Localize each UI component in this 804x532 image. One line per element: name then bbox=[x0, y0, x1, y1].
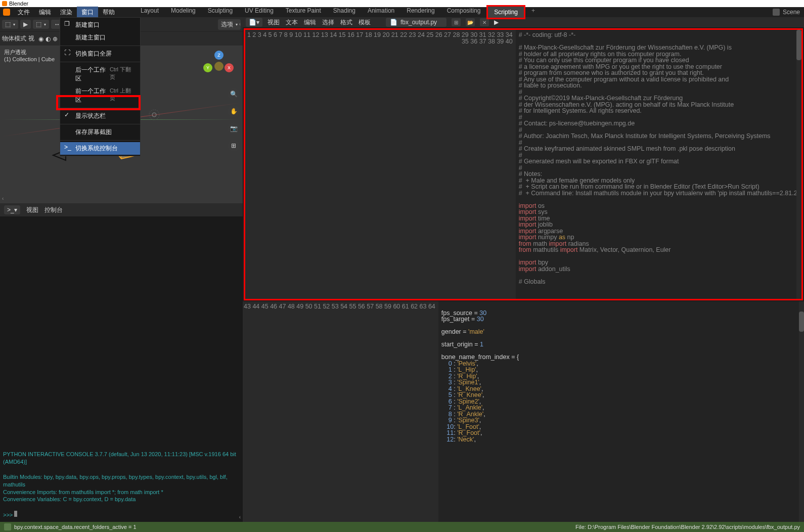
open-text-button[interactable]: 📂 bbox=[466, 18, 475, 26]
menu-item[interactable]: 显示状态栏✓ bbox=[60, 110, 140, 122]
check-icon: ✓ bbox=[64, 111, 71, 118]
text-menu-编辑[interactable]: 编辑 bbox=[304, 18, 316, 27]
highlighted-code-area: 1 2 3 4 5 6 7 8 9 10 11 12 13 14 15 16 1… bbox=[244, 28, 803, 300]
window-menu-dropdown: 新建窗口❐新建主窗口切换窗口全屏⛶后一个工作区Ctrl 下翻页前一个工作区Ctr… bbox=[60, 17, 141, 156]
console-line: Builtin Modules: bpy, bpy.data, bpy.ops,… bbox=[3, 473, 240, 489]
status-right: File: D:\Program Files\Blender Foundatio… bbox=[575, 524, 800, 530]
editor-type-console[interactable]: >_▾ bbox=[4, 205, 20, 214]
tab-rendering[interactable]: Rendering bbox=[400, 5, 440, 19]
fullscreen-icon: ⛶ bbox=[64, 49, 71, 56]
toggle-overlays[interactable]: ⊕ bbox=[53, 35, 58, 42]
menu-编辑[interactable]: 编辑 bbox=[34, 7, 56, 18]
menu-文件[interactable]: 文件 bbox=[13, 7, 34, 18]
menu-帮助[interactable]: 帮助 bbox=[98, 7, 119, 18]
add-workspace-button[interactable]: + bbox=[525, 5, 541, 19]
mode-selector[interactable]: 物体模式 bbox=[2, 34, 26, 43]
navigation-gizmo[interactable]: Z X Y bbox=[203, 51, 234, 81]
text-menu-格式[interactable]: 格式 bbox=[340, 18, 352, 27]
menu-窗口[interactable]: 窗口 bbox=[77, 7, 98, 18]
info-icon bbox=[4, 523, 11, 530]
text-editor-bottom[interactable]: 43 44 45 46 47 48 49 50 51 52 53 54 55 5… bbox=[243, 301, 804, 522]
svg-point-6 bbox=[149, 110, 159, 120]
menu-渲染[interactable]: 渲染 bbox=[56, 7, 77, 18]
scene-label: Scene bbox=[783, 9, 800, 16]
camera-icon[interactable]: 📷 bbox=[228, 122, 240, 135]
scene-controls: Scene bbox=[773, 9, 804, 16]
chevron-icon[interactable]: ‹ bbox=[2, 196, 4, 201]
text-menu-模板[interactable]: 模板 bbox=[359, 18, 371, 27]
file-icon: 📄 bbox=[390, 19, 397, 26]
window-icon: ❐ bbox=[64, 20, 71, 27]
blender-logo-icon bbox=[2, 1, 7, 6]
z-axis[interactable]: Z bbox=[214, 51, 224, 60]
chevron-left-icon[interactable]: ‹ bbox=[239, 21, 241, 27]
tab-texture paint[interactable]: Texture Paint bbox=[280, 5, 327, 19]
unlink-button[interactable]: ✕ bbox=[480, 18, 489, 26]
console-header: >_▾ 视图 控制台 bbox=[0, 203, 243, 216]
select-tool[interactable]: ⬚ bbox=[33, 20, 49, 29]
run-script-button[interactable]: ▶ bbox=[494, 19, 499, 26]
tab-shading[interactable]: Shading bbox=[327, 5, 362, 19]
light-object[interactable] bbox=[147, 107, 162, 122]
viewport-info: 用户透视 (1) Collection | Cube bbox=[4, 49, 55, 62]
scrollbar[interactable] bbox=[799, 301, 804, 522]
tab-compositing[interactable]: Compositing bbox=[441, 5, 487, 19]
tab-scripting[interactable]: Scripting bbox=[486, 5, 525, 19]
text-menu-文本[interactable]: 文本 bbox=[286, 18, 298, 27]
tab-animation[interactable]: Animation bbox=[362, 5, 400, 19]
console-icon: >_ bbox=[64, 144, 71, 151]
console-line: Convenience Variables: C = bpy.context, … bbox=[3, 496, 240, 503]
x-axis[interactable]: X bbox=[225, 63, 234, 72]
scrollbar[interactable] bbox=[796, 30, 801, 299]
menu-item[interactable]: 新建主窗口 bbox=[60, 31, 140, 44]
cursor bbox=[14, 511, 17, 517]
new-text-button[interactable]: ⊞ bbox=[452, 18, 461, 26]
blender-icon bbox=[3, 9, 10, 16]
text-editor-top[interactable]: 1 2 3 4 5 6 7 8 9 10 11 12 13 14 15 16 1… bbox=[245, 30, 801, 299]
topbar: 文件编辑渲染窗口帮助 LayoutModelingSculptingUV Edi… bbox=[0, 7, 804, 17]
y-axis[interactable]: Y bbox=[203, 63, 212, 72]
scene-icon bbox=[773, 9, 780, 16]
menu-item[interactable]: 切换窗口全屏⛶ bbox=[60, 48, 140, 60]
menu-item[interactable]: 切换系统控制台>_ bbox=[60, 142, 140, 155]
menu-item[interactable]: 新建窗口❐ bbox=[60, 19, 140, 31]
overlays-toggle[interactable]: ◉ bbox=[38, 35, 43, 42]
main-menu: 文件编辑渲染窗口帮助 bbox=[13, 7, 119, 18]
status-left: bpy.context.space_data.recent_folders_ac… bbox=[14, 524, 137, 530]
cursor-tool[interactable]: ▶ bbox=[20, 20, 31, 29]
options-button[interactable]: 选项 bbox=[218, 19, 241, 30]
xray-toggle[interactable]: ◐ bbox=[46, 35, 51, 42]
chevron-icon[interactable]: ‹ bbox=[239, 514, 241, 520]
view-menu[interactable]: 视 bbox=[28, 34, 34, 43]
text-menu-选择[interactable]: 选择 bbox=[322, 18, 334, 27]
console-prompt: >>> bbox=[3, 512, 14, 518]
status-bar: bpy.context.space_data.recent_folders_ac… bbox=[0, 522, 804, 532]
menu-item[interactable]: 前一个工作区Ctrl 上翻页 bbox=[60, 85, 140, 106]
svg-point-5 bbox=[152, 113, 156, 117]
pan-icon[interactable]: ✋ bbox=[228, 105, 240, 117]
menu-item[interactable]: 后一个工作区Ctrl 下翻页 bbox=[60, 64, 140, 85]
console-line: Convenience Imports: from mathutils impo… bbox=[3, 489, 240, 496]
text-menu-视图[interactable]: 视图 bbox=[267, 18, 280, 27]
console-line: PYTHON INTERACTIVE CONSOLE 3.7.7 (defaul… bbox=[3, 451, 240, 466]
app-title: Blender bbox=[9, 1, 28, 7]
editor-type-selector[interactable]: ⬚ bbox=[2, 20, 18, 29]
console-console-tab[interactable]: 控制台 bbox=[44, 206, 63, 214]
perspective-icon[interactable]: ⊞ bbox=[228, 140, 240, 152]
console-view-tab[interactable]: 视图 bbox=[26, 206, 38, 214]
menu-item[interactable]: 保存屏幕截图 bbox=[60, 126, 140, 139]
axis-neg[interactable] bbox=[214, 62, 224, 71]
python-console[interactable]: PYTHON INTERACTIVE CONSOLE 3.7.7 (defaul… bbox=[0, 216, 243, 522]
zoom-icon[interactable]: 🔍 bbox=[228, 88, 240, 100]
tab-uv editing[interactable]: UV Editing bbox=[239, 5, 280, 19]
